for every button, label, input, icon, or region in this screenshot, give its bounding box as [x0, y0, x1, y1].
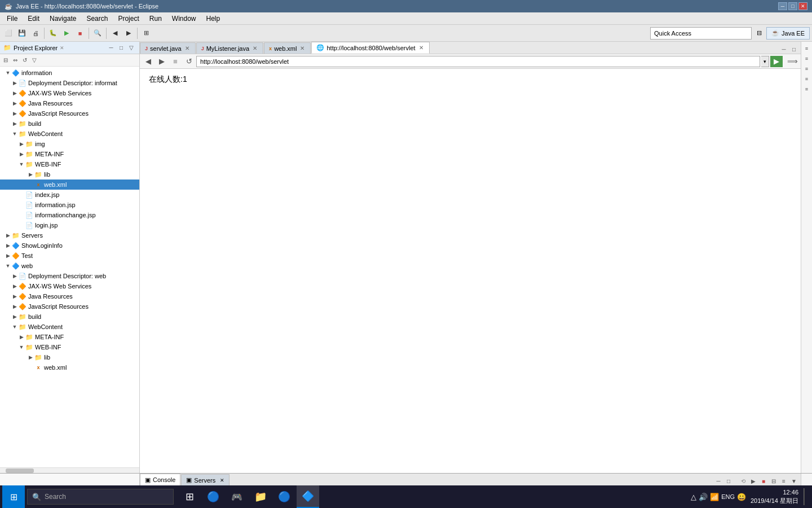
tree-meta-inf-info[interactable]: ▶ 📁 META-INF — [0, 149, 139, 159]
right-gutter-btn5[interactable]: ≡ — [802, 85, 811, 94]
taskbar-clock[interactable]: 12:46 2019/4/14 星期日 — [751, 488, 798, 506]
tree-build-info[interactable]: ▶ 📁 build — [0, 119, 139, 129]
console-minimize[interactable]: ─ — [714, 476, 723, 485]
tree-login-jsp[interactable]: 📄 login.jsp — [0, 220, 139, 230]
editor-max-btn[interactable]: □ — [789, 45, 798, 54]
browser-go-btn[interactable]: ▶ — [770, 56, 783, 67]
console-toolbar-btn2[interactable]: ▶ — [749, 476, 758, 485]
tree-js-resources-info[interactable]: ▶ 🔶 JavaScript Resources — [0, 108, 139, 119]
new-button[interactable]: ⬜ — [2, 27, 15, 40]
tree-webcontent-info[interactable]: ▼ 📁 WebContent — [0, 129, 139, 139]
maximize-panel-btn[interactable]: □ — [117, 43, 126, 52]
tab-mylistener-java[interactable]: J MyListener.java ✕ — [196, 42, 263, 54]
search-button[interactable]: 🔍 — [91, 27, 104, 40]
perspective-btn[interactable]: ⊟ — [753, 27, 765, 40]
url-dropdown[interactable]: ▾ — [761, 56, 769, 67]
close-button[interactable]: ✕ — [798, 2, 807, 10]
console-toolbar-btn1[interactable]: ⟲ — [739, 476, 748, 485]
quick-access-box[interactable]: Quick Access — [650, 27, 752, 40]
console-toolbar-btn3[interactable]: ■ — [759, 476, 768, 485]
tree-java-resources-info[interactable]: ▶ 🔶 Java Resources — [0, 98, 139, 108]
servers-close[interactable]: ✕ — [220, 478, 224, 483]
title-bar-controls[interactable]: ─ □ ✕ — [778, 2, 807, 10]
tab-browser[interactable]: 🌐 http://localhost:8080/web/servlet ✕ — [311, 42, 429, 54]
taskbar-app-extra[interactable]: 🔵 — [273, 485, 295, 508]
tree-img[interactable]: ▶ 📁 img — [0, 139, 139, 149]
tree-test[interactable]: ▶ 🔶 Test — [0, 251, 139, 261]
tree-infochange-jsp[interactable]: 📄 informationchange.jsp — [0, 210, 139, 220]
menu-navigate[interactable]: Navigate — [45, 13, 81, 24]
right-gutter-btn2[interactable]: ≡ — [802, 54, 811, 63]
minimize-panel-btn[interactable]: ─ — [107, 43, 116, 52]
tree-information-jsp[interactable]: 📄 information.jsp — [0, 200, 139, 210]
menu-help[interactable]: Help — [202, 13, 225, 24]
tree-web-webcontent[interactable]: ▼ 📁 WebContent — [0, 322, 139, 332]
tree-web-meta-inf[interactable]: ▶ 📁 META-INF — [0, 332, 139, 342]
tree-web-jax-ws[interactable]: ▶ 🔶 JAX-WS Web Services — [0, 281, 139, 291]
print-button[interactable]: 🖨 — [29, 27, 42, 40]
java-ee-perspective[interactable]: ☕ Java EE — [766, 27, 810, 40]
menu-edit[interactable]: Edit — [23, 13, 44, 24]
taskbar-app-windows[interactable]: ⊞ — [178, 485, 201, 508]
show-desktop-btn[interactable] — [798, 485, 810, 508]
browser-forward-btn[interactable]: ▶ — [156, 56, 168, 67]
taskbar-app-files[interactable]: 📁 — [249, 485, 272, 508]
tree-web-inf-info[interactable]: ▼ 📁 WEB-INF — [0, 159, 139, 169]
tree-jax-ws-info[interactable]: ▶ 🔶 JAX-WS Web Services — [0, 88, 139, 98]
save-button[interactable]: 💾 — [16, 27, 28, 40]
menu-window[interactable]: Window — [167, 13, 201, 24]
tree-web-project[interactable]: ▼ 🔷 web — [0, 261, 139, 271]
tree-web-deploy[interactable]: ▶ 📄 Deployment Descriptor: web — [0, 271, 139, 281]
url-bar[interactable]: http://localhost:8080/web/servlet — [196, 56, 760, 67]
maximize-button[interactable]: □ — [788, 2, 797, 10]
tree-web-xml-info[interactable]: x web.xml — [0, 179, 139, 190]
taskbar-app-steam[interactable]: 🎮 — [226, 485, 248, 508]
tree-web-lib[interactable]: ▶ 📁 lib — [0, 352, 139, 362]
browser-refresh-btn[interactable]: ↺ — [183, 56, 195, 67]
tab-xml-close[interactable]: ✕ — [299, 45, 306, 52]
stop-button[interactable]: ■ — [74, 27, 86, 40]
tree-web-js-res[interactable]: ▶ 🔶 JavaScript Resources — [0, 301, 139, 312]
right-gutter-btn4[interactable]: ≡ — [802, 75, 811, 84]
console-toolbar-btn4[interactable]: ⊟ — [769, 476, 778, 485]
menu-run[interactable]: Run — [145, 13, 166, 24]
panel-menu-btn[interactable]: ▽ — [127, 43, 136, 52]
tab-console[interactable]: ▣ Console — [140, 474, 180, 485]
taskbar-search[interactable]: 🔍 Search — [27, 489, 174, 505]
start-button[interactable]: ⊞ — [2, 485, 25, 508]
browser-stop-cancel-btn[interactable]: ■ — [169, 56, 182, 67]
minimize-button[interactable]: ─ — [778, 2, 787, 10]
tree-show-login-info[interactable]: ▶ 🔷 ShowLoginInfo — [0, 240, 139, 251]
menu-file[interactable]: File — [2, 13, 22, 24]
browser-back-btn[interactable]: ◀ — [142, 56, 155, 67]
right-gutter-btn1[interactable]: ≡ — [802, 44, 811, 53]
tab-servlet-java[interactable]: J servlet.java ✕ — [140, 42, 196, 54]
tab-browser-close[interactable]: ✕ — [418, 45, 425, 51]
taskbar-app-eclipse[interactable]: 🔷 — [297, 485, 319, 508]
debug-button[interactable]: 🐛 — [47, 27, 59, 40]
back-button[interactable]: ◀ — [109, 27, 121, 40]
explorer-toolbar-btn3[interactable]: ↺ — [20, 56, 29, 65]
menu-search[interactable]: Search — [82, 13, 112, 24]
run-button[interactable]: ▶ — [60, 27, 73, 40]
collapse-all-btn[interactable]: ⊟ — [1, 56, 10, 65]
tree-servers[interactable]: ▶ 📁 Servers — [0, 230, 139, 240]
console-toolbar-btn5[interactable]: ≡ — [779, 476, 788, 485]
tree-web-web-inf[interactable]: ▼ 📁 WEB-INF — [0, 342, 139, 352]
console-maximize[interactable]: □ — [724, 476, 733, 485]
editor-min-btn[interactable]: ─ — [779, 45, 788, 54]
link-btn[interactable]: ⇔ — [11, 56, 20, 65]
right-gutter-btn3[interactable]: ≡ — [802, 64, 811, 73]
tree-deployment-descriptor[interactable]: ▶ 📄 Deployment Descriptor: informat — [0, 78, 139, 88]
open-perspective[interactable]: ⊞ — [140, 27, 152, 40]
tree-web-xml-web[interactable]: x web.xml — [0, 362, 139, 373]
browser-extra-btn[interactable]: ⟹ — [786, 56, 798, 67]
explorer-toolbar-btn4[interactable]: ▽ — [30, 56, 39, 65]
tree-web-java-res[interactable]: ▶ 🔶 Java Resources — [0, 291, 139, 301]
console-toolbar-btn6[interactable]: ▼ — [789, 476, 798, 485]
forward-button[interactable]: ▶ — [122, 27, 135, 40]
taskbar-app-blender[interactable]: 🔵 — [202, 485, 224, 508]
tab-web-xml[interactable]: x web.xml ✕ — [264, 42, 311, 54]
menu-project[interactable]: Project — [113, 13, 143, 24]
tab-servers[interactable]: ▣ Servers ✕ — [181, 474, 230, 485]
